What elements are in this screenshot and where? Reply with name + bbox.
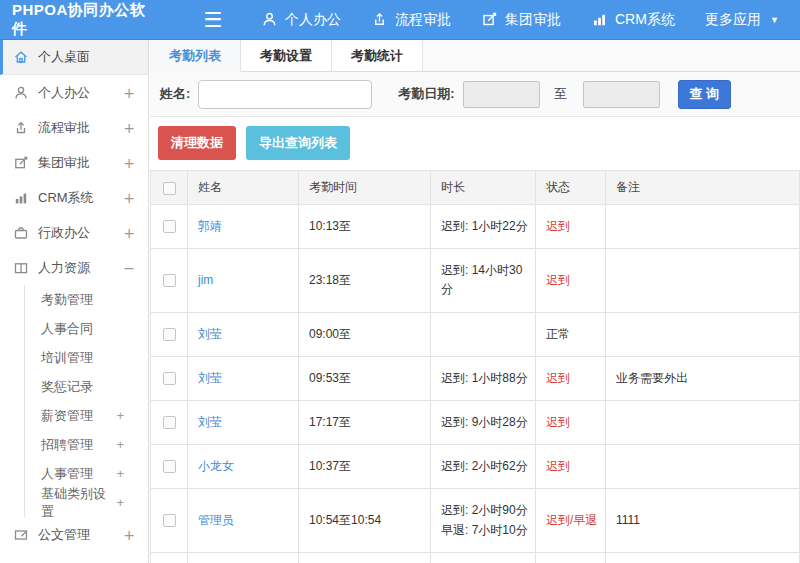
sidebar-item-human-resources[interactable]: 人力资源 − (0, 250, 148, 285)
sidebar-item-vehicle-mgmt[interactable]: 用车管理 + (0, 552, 148, 563)
submenu-item-attendance-mgmt[interactable]: 考勤管理 (25, 285, 148, 314)
nav-personal-office[interactable]: 个人办公 (246, 0, 356, 40)
export-list-button[interactable]: 导出查询列表 (246, 126, 350, 160)
attendance-time: 08:56至 (299, 552, 431, 563)
sidebar-item-group-approval[interactable]: 集团审批 + (0, 145, 148, 180)
submenu-item-reward-punishment[interactable]: 奖惩记录 (25, 372, 148, 401)
status-badge: 迟到 (546, 371, 570, 385)
tab-bar: 考勤列表 考勤设置 考勤统计 (150, 40, 800, 72)
sidebar: 个人桌面 个人办公 + 流程审批 + 集团审批 + (0, 40, 149, 563)
nav-workflow-approval[interactable]: 流程审批 (356, 0, 466, 40)
expand-toggle[interactable]: + (116, 495, 124, 510)
sidebar-item-personal-office[interactable]: 个人办公 + (0, 75, 148, 110)
submenu-item-label: 考勤管理 (41, 291, 93, 309)
action-toolbar: 清理数据 导出查询列表 (150, 117, 800, 170)
employee-name-link[interactable]: jim (198, 273, 213, 287)
attendance-time: 09:53至 (299, 356, 431, 400)
table-header-row: 姓名 考勤时间 时长 状态 备注 (151, 171, 800, 205)
clean-data-button[interactable]: 清理数据 (158, 126, 236, 160)
attendance-time: 09:00至 (299, 312, 431, 356)
employee-name-link[interactable]: 刘莹 (198, 415, 222, 429)
expand-toggle[interactable]: + (123, 85, 135, 101)
row-checkbox[interactable] (163, 514, 176, 527)
date-to-input[interactable] (583, 81, 660, 108)
submenu-item-hr-contract[interactable]: 人事合同 (25, 314, 148, 343)
submenu-item-recruit-mgmt[interactable]: 招聘管理 + (25, 430, 148, 459)
duration-cell: 迟到: 1小时88分 (431, 356, 536, 400)
table-row: 郭靖 10:13至 迟到: 1小时22分 迟到 (151, 205, 800, 249)
employee-name-link[interactable]: 管理员 (198, 513, 234, 527)
employee-name-link[interactable]: 刘莹 (198, 371, 222, 385)
sidebar-item-label: 行政办公 (38, 224, 90, 242)
attendance-time: 10:54至10:54 (299, 489, 431, 552)
tab-attendance-list[interactable]: 考勤列表 (150, 40, 241, 72)
duration-cell: 迟到: 56分 (431, 552, 536, 563)
sidebar-item-crm-system[interactable]: CRM系统 + (0, 180, 148, 215)
expand-toggle[interactable]: + (123, 225, 135, 241)
sidebar-item-workflow-approval[interactable]: 流程审批 + (0, 110, 148, 145)
table-row: 小龙女 10:37至 迟到: 2小时62分 迟到 (151, 445, 800, 489)
collapse-toggle[interactable]: − (123, 260, 135, 276)
sidebar-item-label: 个人桌面 (38, 48, 90, 66)
submenu-item-label: 人事管理 (41, 465, 93, 483)
filter-bar: 姓名: 考勤日期: 至 查 询 (150, 72, 800, 117)
expand-toggle[interactable]: + (116, 408, 124, 423)
row-checkbox[interactable] (163, 220, 176, 233)
expand-toggle[interactable]: + (116, 466, 124, 481)
tab-attendance-stats[interactable]: 考勤统计 (332, 40, 423, 71)
note-cell (606, 249, 800, 312)
status-badge: 迟到 (546, 219, 570, 233)
table-row: 刘莹 17:17至 迟到: 9小时28分 迟到 (151, 400, 800, 444)
sidebar-item-label: 人力资源 (38, 259, 90, 277)
name-filter-input[interactable] (198, 80, 372, 109)
attendance-time: 23:18至 (299, 249, 431, 312)
expand-toggle[interactable]: + (123, 155, 135, 171)
flow-icon (13, 120, 29, 136)
attendance-time: 10:37至 (299, 445, 431, 489)
submenu-item-label: 基础类别设置 (41, 485, 116, 521)
table-row: 刘莹 09:53至 迟到: 1小时88分 迟到 业务需要外出 (151, 356, 800, 400)
sidebar-item-admin-office[interactable]: 行政办公 + (0, 215, 148, 250)
date-from-input[interactable] (463, 81, 540, 108)
table-row: jim 23:18至 迟到: 14小时30分 迟到 (151, 249, 800, 312)
sidebar-item-personal-desktop[interactable]: 个人桌面 (0, 40, 148, 75)
person-icon (261, 11, 278, 28)
submenu-item-label: 人事合同 (41, 320, 93, 338)
employee-name-link[interactable]: 郭靖 (198, 219, 222, 233)
row-checkbox[interactable] (163, 328, 176, 341)
submenu-item-base-category-settings[interactable]: 基础类别设置 + (25, 488, 148, 517)
submenu-item-salary-mgmt[interactable]: 薪资管理 + (25, 401, 148, 430)
row-checkbox[interactable] (163, 274, 176, 287)
select-all-checkbox[interactable] (163, 182, 176, 195)
expand-toggle[interactable]: + (116, 437, 124, 452)
note-cell (606, 445, 800, 489)
nav-label: 个人办公 (285, 11, 341, 29)
status-badge: 迟到 (546, 415, 570, 429)
hr-submenu: 考勤管理 人事合同 培训管理 奖惩记录 薪资管理 + 招聘管理 + 人事管理 +… (24, 285, 148, 517)
row-checkbox[interactable] (163, 372, 176, 385)
nav-label: CRM系统 (615, 11, 675, 29)
sidebar-item-label: 个人办公 (38, 84, 90, 102)
submenu-item-training-mgmt[interactable]: 培训管理 (25, 343, 148, 372)
expand-toggle[interactable]: + (123, 527, 135, 543)
sidebar-item-label: CRM系统 (38, 189, 94, 207)
note-cell: 1111 (606, 489, 800, 552)
expand-toggle[interactable]: + (123, 190, 135, 206)
nav-group-approval[interactable]: 集团审批 (466, 0, 576, 40)
employee-name-link[interactable]: 小龙女 (198, 459, 234, 473)
row-checkbox[interactable] (163, 416, 176, 429)
search-button[interactable]: 查 询 (678, 80, 731, 109)
home-icon (13, 49, 29, 65)
name-filter-label: 姓名: (160, 85, 190, 103)
nav-crm-system[interactable]: CRM系统 (576, 0, 690, 40)
sidebar-item-document-mgmt[interactable]: 公文管理 + (0, 517, 148, 552)
expand-toggle[interactable]: + (123, 120, 135, 136)
row-checkbox[interactable] (163, 460, 176, 473)
attendance-time: 17:17至 (299, 400, 431, 444)
employee-name-link[interactable]: 刘莹 (198, 327, 222, 341)
nav-more-apps[interactable]: 更多应用 ▼ (690, 0, 794, 40)
hamburger-menu-icon[interactable]: ☰ (198, 0, 228, 40)
table-row: 王壹辉 08:56至 迟到: 56分 迟到 (151, 552, 800, 563)
sidebar-item-label: 公文管理 (38, 526, 90, 544)
tab-attendance-settings[interactable]: 考勤设置 (241, 40, 332, 71)
